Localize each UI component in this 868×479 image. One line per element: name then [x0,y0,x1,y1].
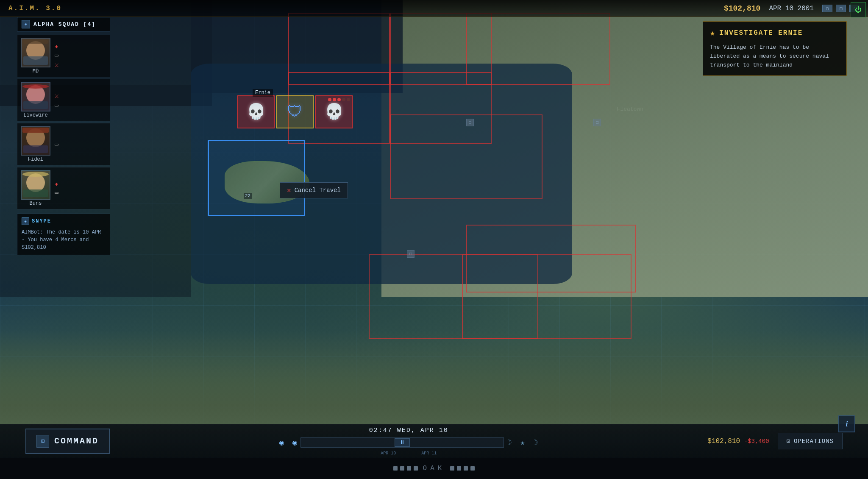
buns-badge-icon: ▭ [55,189,58,196]
cancel-travel-label: Cancel Travel [295,187,341,194]
left-panel: ◈ ALPHA SQUAD [4] MD ✚ ▭ ⚔ Liv [17,17,110,255]
merc-card-fidel[interactable]: Fidel ▭ [17,123,110,165]
territory-top-right [466,13,610,85]
apr-label-1: APR 10 [381,451,396,456]
battle-dot-1 [328,98,331,101]
bottom-money: $102,810 [707,437,740,445]
md-cross-icon: ✚ [55,43,59,50]
merc-card-livewire[interactable]: Livewire ⚔ ▭ [17,79,110,121]
battle-tile-skull-2[interactable]: 💀 [315,95,353,128]
right-section: $102,810 -$3,400 ⊡ OPERATIONS [707,433,843,449]
battle-dot-3 [337,98,341,101]
time-display: 02:47 WED, APR 10 [369,427,448,434]
money-info: $102,810 -$3,400 [707,437,769,445]
dot-1 [393,466,398,471]
md-rifle-icon: ⚔ [55,61,59,69]
skull-icon-2: 💀 [325,103,344,121]
cancel-travel-button[interactable]: ✕ Cancel Travel [280,182,348,198]
battle-dot-4 [342,98,345,101]
skull-icon-1: 💀 [247,103,266,121]
oak-dots-left [393,466,418,471]
dot-5 [450,466,454,471]
merc-avatar-md [21,38,50,67]
mission-description: The Village of Ernie has to be liberated… [710,43,840,70]
top-bar: A.I.M. 3.0 $102,810 APR 10 2001 ▢ ◫ × [0,0,868,17]
speed-icon-moon-2[interactable]: ☽ [533,438,538,447]
dot-7 [464,466,468,471]
apr-label-2: APR 11 [421,451,437,456]
info-button[interactable]: i [838,415,855,432]
top-bar-left: A.I.M. 3.0 [8,5,62,12]
livewire-rifle-icon: ⚔ [55,92,59,100]
dot-6 [457,466,461,471]
icon-window[interactable]: ◫ [836,5,846,12]
command-icon: ⊞ [36,435,49,448]
apr-labels: APR 10 APR 11 [381,451,437,456]
timeline-controls: ◉ ◉ ⏸ ☽ ★ ☽ [279,437,538,448]
timeline-bar[interactable]: ⏸ [300,437,504,448]
icon-monitor[interactable]: ▢ [822,5,832,12]
merc-status-fidel: ▭ [55,141,58,148]
command-button[interactable]: ⊞ COMMAND [25,429,110,454]
battle-dot-2 [333,98,336,101]
ernie-label: Ernie [253,89,273,97]
merc-name-md: MD [33,68,39,74]
shield-icon-map: 🛡 [287,103,303,121]
dot-2 [400,466,404,471]
map-icon-3: □ [407,250,415,258]
ernie-battle-cluster[interactable]: 💀 🛡 💀 [237,95,353,128]
speed-icon-moon-1[interactable]: ☽ [507,438,512,447]
top-bar-right: $102,810 APR 10 2001 ▢ ◫ × [724,4,860,13]
speed-icon-2[interactable]: ◉ [292,438,297,447]
speed-icon-star[interactable]: ★ [520,438,525,447]
blue-selection-box [208,140,305,216]
mission-star-icon: ★ [710,28,715,38]
merc-name-fidel: Fidel [28,156,43,162]
operations-button[interactable]: ⊡ OPERATIONS [778,433,843,449]
snype-header: ◈ SNYPE [22,217,106,225]
speed-icons: ◉ ◉ [279,438,297,447]
battle-tile-skull-1[interactable]: 💀 [237,95,275,128]
fidel-badge-icon: ▭ [55,141,58,148]
mission-panel: ★ INVESTIGATE ERNIE The Village of Ernie… [703,21,847,76]
squad-icon: ◈ [22,20,30,28]
snype-message: AIMBot: The date is 10 APR - You have 4 … [22,228,106,251]
oak-dots-right [450,466,475,471]
pause-button[interactable]: ⏸ [395,438,410,447]
cancel-icon: ✕ [287,186,291,195]
game-logo: A.I.M. 3.0 [8,5,62,12]
territory-bottom-3 [466,225,636,292]
speed-icon-1[interactable]: ◉ [279,438,284,447]
bottom-strip: OAK [0,458,868,479]
territory-ernie-right [390,114,542,199]
pause-symbol: ⏸ [399,439,405,446]
power-button[interactable]: ⏻ [851,2,866,17]
map-icon-1: □ [466,119,474,126]
merc-status-livewire: ⚔ ▭ [55,92,59,109]
md-badge-icon: ▭ [55,52,59,59]
merc-name-livewire: Livewire [23,112,48,118]
merc-card-buns[interactable]: Buns ✚ ▭ [17,167,110,209]
mission-title: INVESTIGATE ERNIE [719,29,803,37]
speed-icons-right: ☽ ★ ☽ [507,438,538,447]
snype-icon: ◈ [22,217,29,225]
merc-status-md: ✚ ▭ ⚔ [55,43,59,69]
merc-card-md[interactable]: MD ✚ ▭ ⚔ [17,35,110,77]
mission-header: ★ INVESTIGATE ERNIE [710,28,840,38]
map-icon-2: □ [593,119,601,126]
dot-4 [414,466,418,471]
merc-status-buns: ✚ ▭ [55,180,58,196]
top-date: APR 10 2001 [769,5,814,12]
squad-name: ALPHA SQUAD [4] [33,21,96,28]
merc-avatar-fidel [21,126,50,156]
dot-3 [407,466,411,471]
buns-cross-icon: ✚ [55,180,58,187]
top-money: $102,810 [724,4,760,13]
battle-tile-shield[interactable]: 🛡 [276,95,314,128]
merc-avatar-livewire [21,82,50,111]
merc-avatar-buns [21,170,50,200]
money-change: -$3,400 [744,438,769,445]
oak-label: OAK [393,465,475,472]
operations-label: OPERATIONS [794,438,834,445]
livewire-badge-icon: ▭ [55,102,59,109]
